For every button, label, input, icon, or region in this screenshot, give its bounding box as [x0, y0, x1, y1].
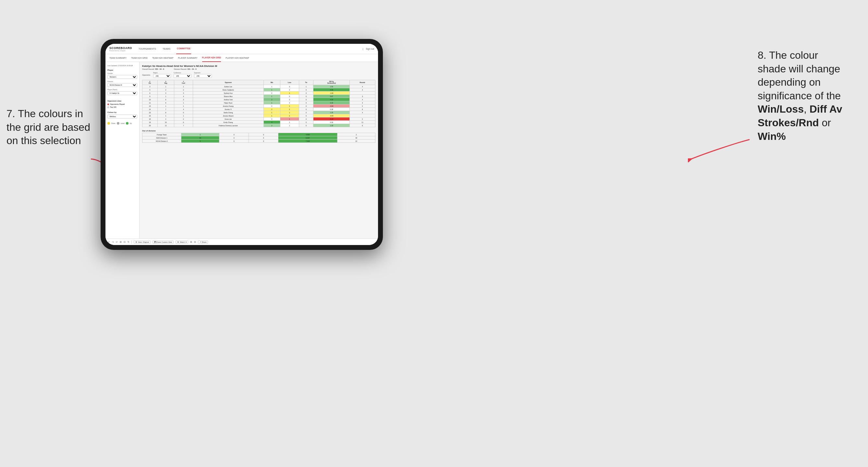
nav-tournaments[interactable]: TOURNAMENTS	[138, 44, 157, 54]
table-row: 16 1 1 Jessica Mason 1 2 0 -0.94	[143, 114, 375, 118]
view-icon: 👁	[135, 241, 137, 243]
ood-table-row: NAIA Division 1 15 0 0 9.267 30	[143, 136, 375, 139]
legend-down-label: Down	[111, 122, 116, 124]
out-of-division-table: Foreign Team 1 0 0 4.500 2 NAIA Division…	[142, 133, 375, 143]
col-win: Win	[264, 80, 280, 85]
share-btn[interactable]: ↗ Share	[198, 241, 208, 244]
col-loss: Loss	[280, 80, 299, 85]
subnav-player-summary[interactable]: PLAYER SUMMARY	[178, 54, 197, 62]
conference-filter: Conference (All)	[174, 72, 191, 78]
table-row: 14 7 4 Eunice Yi 2 2 0 0.38 9	[143, 108, 375, 111]
player-section-title: Player	[107, 69, 137, 71]
ood-table-row: Foreign Team 1 0 0 4.500 2	[143, 133, 375, 136]
col-div: #Div	[143, 80, 158, 85]
sub-nav: TEAM SUMMARY TEAM H2H GRID TEAM H2H HEAT…	[105, 54, 378, 62]
col-rounds: Rounds	[349, 80, 375, 85]
refresh-icon[interactable]: ↻	[127, 241, 129, 243]
colour-by-select[interactable]: Win/loss	[107, 115, 137, 119]
table-row: 6 3 3 Sydney Kuo 0 1 0 -1.00	[143, 92, 375, 95]
radio-opponents-label: Opponents Played	[110, 103, 125, 105]
legend-row: Down Level Up	[107, 122, 137, 125]
nav-teams[interactable]: TEAMS	[162, 44, 171, 54]
subnav-player-h2h-heatmap[interactable]: PLAYER H2H HEATMAP	[225, 54, 249, 62]
copy-icon[interactable]: ⊞	[120, 241, 122, 243]
nav-items: TOURNAMENTS TEAMS COMMITTEE	[138, 44, 363, 54]
eye-icon: 👁	[177, 241, 179, 243]
layout-icon[interactable]: ⊞	[190, 241, 192, 243]
watch-btn[interactable]: 👁 Watch ▾	[176, 241, 188, 244]
table-row: 15 8 5 Stella Cheng 1 1 0 1.25 4	[143, 111, 375, 114]
toolbar-divider	[131, 241, 132, 244]
col-conf: #Conf	[174, 80, 193, 85]
view-original-btn[interactable]: 👁 View: Original	[134, 241, 151, 244]
main-table: #Div #Reg #Conf Opponent Win Loss Tie Di…	[142, 80, 375, 127]
legend-level-label: Level	[121, 122, 125, 124]
opponents-label: Opponents:	[142, 74, 151, 76]
table-row: 11 6 1 Heejo Hyun 1 0 0 3.33 3	[143, 101, 375, 104]
col-tie: Tie	[299, 80, 313, 85]
paste-icon[interactable]: ⊡	[124, 241, 126, 243]
radio-dot-empty	[107, 106, 109, 108]
legend-up-circle	[126, 122, 128, 125]
main-content: Last Updated: 27/03/2024 16:55:38 Player…	[105, 62, 378, 245]
filters-row: Opponents: Region (All) Conference (All)	[142, 72, 375, 78]
col-diff: Diff AvStrokes/Rnd	[313, 80, 349, 85]
gender-select[interactable]: Women's	[107, 75, 137, 79]
nav-bar: SCOREBOARD Powered by clippd TOURNAMENTS…	[105, 44, 378, 54]
sign-out-button[interactable]: Sign out	[366, 48, 374, 50]
table-row: 5 2 2 Alexis Sudjianto 1 0 0 4.00 3	[143, 88, 375, 92]
nav-right: | Sign out	[363, 48, 374, 50]
arrow-right-annotation	[688, 136, 753, 162]
subnav-player-h2h-grid[interactable]: PLAYER H2H GRID	[202, 54, 221, 62]
region-filter: Region (All)	[153, 72, 171, 78]
subnav-team-h2h-heatmap[interactable]: TEAM H2H HEATMAP	[152, 54, 174, 62]
right-content: Katelyn Vo Head-to-Head Grid for Women's…	[140, 62, 378, 245]
player-rank-select[interactable]: 8. Katelyn Vo	[107, 91, 137, 95]
radio-top100-label: Top 100	[110, 106, 117, 108]
tablet-frame: SCOREBOARD Powered by clippd TOURNAMENTS…	[101, 39, 383, 250]
region-select[interactable]: (All)	[153, 74, 171, 78]
conference-select[interactable]: (All)	[174, 74, 191, 78]
division-select[interactable]: NCAA Division III	[107, 83, 137, 87]
table-row: 10 6 3 Andrea York 2 0 0 4.00 4	[143, 98, 375, 101]
left-panel: Last Updated: 27/03/2024 16:55:38 Player…	[105, 62, 140, 245]
table-row: 9 1 4 Sharon Mun 1 0 0 3.67 3	[143, 95, 375, 98]
undo-icon[interactable]: ↩	[108, 241, 110, 243]
chevron-down-icon: ▾	[186, 241, 187, 243]
legend-down-circle	[107, 122, 110, 125]
table-row: 3 1 1 Esther Lee 1 0 1 1.50 4	[143, 85, 375, 88]
annotation-right: 8. The colour shade will change dependin…	[758, 49, 862, 143]
radio-opponents-played[interactable]: Opponents Played	[107, 103, 137, 105]
record-row: Overall Record: 353 - 34 - 6 Division Re…	[142, 68, 375, 70]
table-row: 19 10 6 Emily Chang 4 1 0 0.30 11	[143, 121, 375, 124]
division-label: Division	[107, 81, 137, 83]
opponent-filter: Opponent (All)	[194, 72, 212, 78]
table-row: 13 1 1 Jessica Huang 0 1 0 -3.00 2	[143, 104, 375, 108]
undo2-icon[interactable]: ↩	[116, 241, 118, 243]
opponent-select[interactable]: (All)	[194, 74, 212, 78]
save-icon: 💾	[154, 241, 156, 243]
timestamp: Last Updated: 27/03/2024 16:55:38	[107, 65, 137, 66]
subnav-team-summary[interactable]: TEAM SUMMARY	[110, 54, 127, 62]
table-row: 20 11 7 Federica Domecq Lacroze 2 1 0 1.…	[143, 124, 375, 127]
subnav-team-h2h-grid[interactable]: TEAM H2H GRID	[131, 54, 148, 62]
out-of-division-label: Out of division	[142, 130, 375, 132]
toolbar: ↩ ↪ ↩ ⊞ ⊡ ↻ 👁 View: Original 💾 Save Cust…	[105, 239, 378, 245]
gender-label: Gender	[107, 72, 137, 74]
nav-committee[interactable]: COMMITTEE	[176, 44, 191, 54]
radio-dot-filled	[107, 103, 109, 105]
col-reg: #Reg	[157, 80, 174, 85]
tablet-screen: SCOREBOARD Powered by clippd TOURNAMENTS…	[105, 44, 378, 245]
annotation-left: 7. The colours in the grid are based on …	[6, 107, 94, 148]
save-custom-btn[interactable]: 💾 Save Custom View	[153, 241, 174, 244]
grid-title: Katelyn Vo Head-to-Head Grid for Women's…	[142, 65, 375, 67]
legend-up-label: Up	[130, 122, 132, 124]
redo-icon[interactable]: ↪	[112, 241, 114, 243]
col-opponent: Opponent	[193, 80, 264, 85]
logo: SCOREBOARD Powered by clippd	[110, 46, 132, 52]
radio-top100[interactable]: Top 100	[107, 106, 137, 108]
opponent-view-title: Opponent view	[107, 100, 137, 102]
colour-by-title: Colour by	[107, 111, 137, 113]
player-rank-label: Player (Rank)	[107, 89, 137, 91]
grid-icon[interactable]: ⊟	[194, 241, 196, 243]
